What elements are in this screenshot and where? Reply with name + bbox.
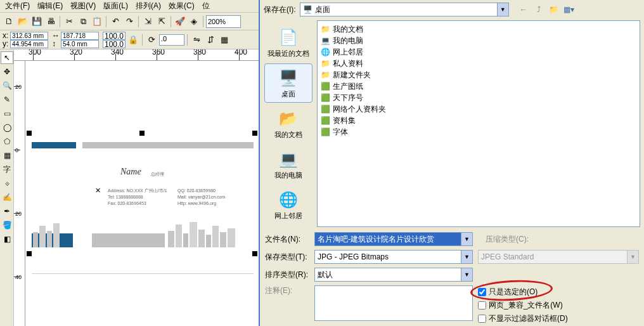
save-in-combo[interactable]: 🖥️ 桌面 ▼ [300,3,509,16]
menu-view[interactable]: 视图(V) [67,0,100,13]
selection-handle[interactable] [252,251,257,256]
canvas[interactable]: ✕ Name 总经理 Address: NO.XXX 广州山/市/1 Tel: … [25,61,259,326]
ruler-tick: 0 [15,147,18,153]
paste-icon[interactable]: 📋 [91,15,103,28]
outline-tool-icon[interactable]: ✒ [1,205,13,218]
redo-icon[interactable]: ↷ [123,15,136,28]
save-icon[interactable]: 💾 [30,15,43,28]
zoom-select[interactable]: 200% [206,15,241,28]
file-item[interactable]: 🟩字体 [320,126,637,138]
cut-icon[interactable]: ✂ [63,15,75,28]
menu-bitmap[interactable]: 位 [198,0,214,13]
group-icon[interactable]: ▦ [218,34,231,46]
text-tool-icon[interactable]: 字 [1,163,13,176]
menu-arrange[interactable]: 排列(A) [132,0,165,13]
file-item[interactable]: 💻我的电脑 [320,35,637,46]
cdr-icon: 🟩 [320,93,330,103]
file-item[interactable]: 📁新建文件夹 [320,69,637,81]
selection-handle[interactable] [252,131,257,136]
file-item[interactable]: 🟩网络个人资料夹 [320,103,637,115]
card-site: Http: www.9496.org [177,200,216,206]
place-desktop[interactable]: 🖥️ 桌面 [264,63,312,103]
open-icon[interactable]: 📂 [16,15,29,28]
back-icon[interactable]: ← [518,4,529,15]
sort-field[interactable]: 默认 ▼ [314,268,473,282]
place-mypc[interactable]: 💻 我的电脑 [264,145,312,184]
file-item[interactable]: 🌐网上邻居 [320,46,637,58]
new-icon[interactable]: 🗋 [3,15,15,28]
corel-icon[interactable]: ◈ [188,15,200,28]
blend-tool-icon[interactable]: ⟐ [1,177,13,190]
svg-rect-4 [168,231,174,247]
cdr-icon: 🟩 [320,104,330,114]
interactive-fill-icon[interactable]: ◧ [1,233,13,245]
separator [60,16,60,27]
checkbox-no-filter[interactable]: 不显示过滤器对话框(D) [478,313,639,324]
freehand-tool-icon[interactable]: ✎ [1,93,13,106]
notes-textarea[interactable] [314,285,473,321]
height-field[interactable]: 54.0 mm [61,40,99,48]
lock-ratio-icon[interactable]: 🔒 [127,34,139,46]
dropdown-icon[interactable]: ▼ [497,3,508,16]
dropdown-icon[interactable]: ▼ [461,268,472,281]
menu-effects[interactable]: 效果(C) [165,0,198,13]
app-icon[interactable]: 🚀 [174,15,186,28]
undo-icon[interactable]: ↶ [109,15,122,28]
standard-toolbar: 🗋 📂 💾 🖶 ✂ ⧉ 📋 ↶ ↷ ⇲ ⇱ 🚀 ◈ 200% [0,13,259,30]
menu-edit[interactable]: 编辑(E) [34,0,67,13]
scale-y-field[interactable]: 100.0 [103,40,126,48]
file-list[interactable]: 📁我的文档💻我的电脑🌐网上邻居📁私人资料📁新建文件夹🟩生产图纸🟩天下序号🟩网络个… [317,20,640,227]
export-icon[interactable]: ⇱ [155,15,168,28]
rectangle-tool-icon[interactable]: ▭ [1,107,13,120]
file-item[interactable]: 🟩生产图纸 [320,81,637,92]
new-folder-icon[interactable]: 📁 [548,4,560,15]
pick-tool-icon[interactable]: ↖ [1,51,13,64]
menu-file[interactable]: 文件(F) [1,0,34,13]
checkbox-selected-only[interactable]: 只是选定的(O) [478,287,639,297]
svg-rect-11 [220,232,226,247]
file-item[interactable]: 📁私人资料 [320,58,637,69]
zoom-tool-icon[interactable]: 🔍 [1,79,13,92]
width-field[interactable]: 187.718 mm [61,32,99,40]
fill-tool-icon[interactable]: 🪣 [1,219,13,231]
ellipse-tool-icon[interactable]: ◯ [1,121,13,134]
type-field[interactable]: JPG - JPEG Bitmaps ▼ [314,250,473,264]
place-recent[interactable]: 📄 我最近的文档 [264,23,312,62]
x-field[interactable]: 312.63 mm [10,32,48,40]
dropdown-icon[interactable]: ▼ [461,251,472,263]
shape-tool-icon[interactable]: ✥ [1,65,13,78]
graph-tool-icon[interactable]: ▦ [1,149,13,162]
selection-handle[interactable] [139,131,145,136]
mirror-v-icon[interactable]: ⇵ [204,34,217,46]
y-field[interactable]: 44.954 mm [10,40,48,48]
checkbox-input[interactable] [478,288,486,296]
place-network[interactable]: 🌐 网上邻居 [264,185,312,225]
file-label: 我的文档 [333,24,363,35]
ruler-tick: 360 [152,49,165,56]
copy-icon[interactable]: ⧉ [77,15,89,28]
ruler-tick: 400 [235,49,247,56]
dropdown-icon[interactable]: ▼ [461,233,472,245]
scale-x-field[interactable]: 100.0 [103,32,126,40]
selection-handle[interactable] [27,131,32,136]
selection-handle[interactable] [27,251,32,256]
filename-field[interactable]: 名片淘吧-建筑设计院名片设计欣赏 ▼ [314,232,473,246]
checkbox-input[interactable] [478,301,486,310]
up-icon[interactable]: ⤴ [533,4,544,15]
checkbox-web-name[interactable]: 网页_兼容_文件名(W) [478,300,639,311]
view-menu-icon[interactable]: ▦▾ [564,4,575,15]
import-icon[interactable]: ⇲ [141,15,154,28]
svg-rect-0 [33,232,38,247]
mirror-h-icon[interactable]: ⇋ [190,34,203,46]
place-mydoc[interactable]: 📂 我的文档 [264,104,312,143]
checkbox-input[interactable] [478,315,486,323]
file-item[interactable]: 🟩天下序号 [320,92,637,103]
eyedropper-tool-icon[interactable]: ✍ [1,191,13,204]
file-item[interactable]: 🟩资料集 [320,115,637,126]
print-icon[interactable]: 🖶 [44,15,57,28]
rotation-field[interactable]: .0 [159,34,184,46]
ruler-vertical: 20 0 20 40 [14,61,25,326]
polygon-tool-icon[interactable]: ⬠ [1,135,13,148]
menu-layout[interactable]: 版面(L) [100,0,132,13]
file-item[interactable]: 📁我的文档 [320,23,637,35]
